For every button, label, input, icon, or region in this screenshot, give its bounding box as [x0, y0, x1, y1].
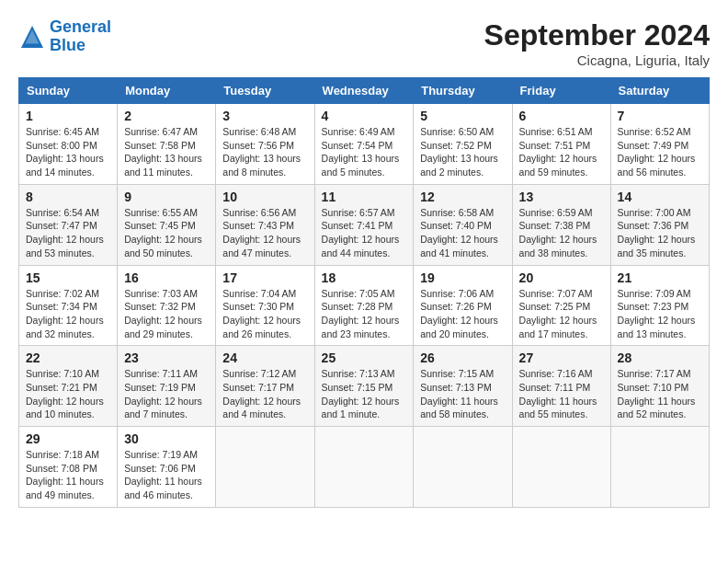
day-number: 1 — [26, 109, 110, 123]
day-cell — [414, 427, 512, 508]
day-info: Sunrise: 6:59 AM Sunset: 7:38 PM Dayligh… — [519, 206, 604, 260]
day-cell — [314, 427, 414, 508]
day-info: Sunrise: 6:57 AM Sunset: 7:41 PM Dayligh… — [322, 206, 407, 260]
day-cell: 24Sunrise: 7:12 AM Sunset: 7:17 PM Dayli… — [216, 346, 314, 427]
day-number: 13 — [519, 190, 604, 204]
day-cell: 5Sunrise: 6:50 AM Sunset: 7:52 PM Daylig… — [414, 104, 512, 185]
day-info: Sunrise: 7:11 AM Sunset: 7:19 PM Dayligh… — [124, 367, 209, 421]
day-info: Sunrise: 7:13 AM Sunset: 7:15 PM Dayligh… — [322, 367, 407, 421]
day-number: 29 — [26, 431, 110, 446]
day-cell: 3Sunrise: 6:48 AM Sunset: 7:56 PM Daylig… — [216, 104, 314, 185]
day-number: 9 — [124, 190, 209, 204]
day-info: Sunrise: 6:58 AM Sunset: 7:40 PM Dayligh… — [420, 206, 505, 260]
day-cell — [216, 427, 314, 508]
day-number: 22 — [26, 350, 110, 365]
week-row-4: 22Sunrise: 7:10 AM Sunset: 7:21 PM Dayli… — [19, 346, 710, 427]
column-header-saturday: Saturday — [610, 78, 709, 104]
day-info: Sunrise: 7:02 AM Sunset: 7:34 PM Dayligh… — [26, 287, 110, 341]
day-cell: 7Sunrise: 6:52 AM Sunset: 7:49 PM Daylig… — [610, 104, 709, 185]
day-info: Sunrise: 6:52 AM Sunset: 7:49 PM Dayligh… — [618, 125, 702, 179]
day-cell: 9Sunrise: 6:55 AM Sunset: 7:45 PM Daylig… — [118, 184, 216, 265]
day-number: 11 — [322, 190, 407, 204]
day-info: Sunrise: 7:10 AM Sunset: 7:21 PM Dayligh… — [26, 367, 110, 421]
day-cell: 22Sunrise: 7:10 AM Sunset: 7:21 PM Dayli… — [19, 346, 118, 427]
day-number: 28 — [618, 350, 702, 365]
logo-text: General Blue — [50, 18, 111, 55]
day-cell: 2Sunrise: 6:47 AM Sunset: 7:58 PM Daylig… — [118, 104, 216, 185]
day-cell: 8Sunrise: 6:54 AM Sunset: 7:47 PM Daylig… — [19, 184, 118, 265]
day-cell — [512, 427, 610, 508]
calendar-table: SundayMondayTuesdayWednesdayThursdayFrid… — [18, 77, 710, 508]
day-info: Sunrise: 6:56 AM Sunset: 7:43 PM Dayligh… — [222, 206, 307, 260]
day-info: Sunrise: 7:04 AM Sunset: 7:30 PM Dayligh… — [222, 287, 307, 341]
day-cell: 20Sunrise: 7:07 AM Sunset: 7:25 PM Dayli… — [512, 265, 610, 346]
day-cell: 19Sunrise: 7:06 AM Sunset: 7:26 PM Dayli… — [414, 265, 512, 346]
location: Cicagna, Liguria, Italy — [484, 52, 710, 68]
week-row-5: 29Sunrise: 7:18 AM Sunset: 7:08 PM Dayli… — [19, 427, 710, 508]
day-number: 12 — [420, 190, 505, 204]
day-info: Sunrise: 6:55 AM Sunset: 7:45 PM Dayligh… — [124, 206, 209, 260]
day-cell: 28Sunrise: 7:17 AM Sunset: 7:10 PM Dayli… — [610, 346, 709, 427]
day-cell: 26Sunrise: 7:15 AM Sunset: 7:13 PM Dayli… — [414, 346, 512, 427]
day-cell: 25Sunrise: 7:13 AM Sunset: 7:15 PM Dayli… — [314, 346, 414, 427]
title-block: September 2024 Cicagna, Liguria, Italy — [484, 18, 710, 68]
day-cell: 1Sunrise: 6:45 AM Sunset: 8:00 PM Daylig… — [19, 104, 118, 185]
column-header-friday: Friday — [512, 78, 610, 104]
day-info: Sunrise: 6:47 AM Sunset: 7:58 PM Dayligh… — [124, 125, 209, 179]
day-info: Sunrise: 7:19 AM Sunset: 7:06 PM Dayligh… — [124, 448, 209, 502]
day-number: 23 — [124, 350, 209, 365]
day-number: 6 — [519, 109, 604, 123]
column-header-tuesday: Tuesday — [216, 78, 314, 104]
day-cell: 30Sunrise: 7:19 AM Sunset: 7:06 PM Dayli… — [118, 427, 216, 508]
day-cell: 18Sunrise: 7:05 AM Sunset: 7:28 PM Dayli… — [314, 265, 414, 346]
day-number: 5 — [420, 109, 505, 123]
day-number: 25 — [322, 350, 407, 365]
day-number: 30 — [124, 431, 209, 446]
day-info: Sunrise: 7:18 AM Sunset: 7:08 PM Dayligh… — [26, 448, 110, 502]
day-cell: 16Sunrise: 7:03 AM Sunset: 7:32 PM Dayli… — [118, 265, 216, 346]
logo: General Blue — [18, 18, 111, 55]
day-cell: 12Sunrise: 6:58 AM Sunset: 7:40 PM Dayli… — [414, 184, 512, 265]
column-header-wednesday: Wednesday — [314, 78, 414, 104]
day-number: 20 — [519, 270, 604, 285]
day-info: Sunrise: 6:45 AM Sunset: 8:00 PM Dayligh… — [26, 125, 110, 179]
day-cell: 4Sunrise: 6:49 AM Sunset: 7:54 PM Daylig… — [314, 104, 414, 185]
day-info: Sunrise: 7:15 AM Sunset: 7:13 PM Dayligh… — [420, 367, 505, 421]
column-header-thursday: Thursday — [414, 78, 512, 104]
day-number: 2 — [124, 109, 209, 123]
day-number: 4 — [322, 109, 407, 123]
day-number: 10 — [222, 190, 307, 204]
day-cell: 6Sunrise: 6:51 AM Sunset: 7:51 PM Daylig… — [512, 104, 610, 185]
week-row-2: 8Sunrise: 6:54 AM Sunset: 7:47 PM Daylig… — [19, 184, 710, 265]
day-number: 16 — [124, 270, 209, 285]
day-cell: 27Sunrise: 7:16 AM Sunset: 7:11 PM Dayli… — [512, 346, 610, 427]
day-cell: 10Sunrise: 6:56 AM Sunset: 7:43 PM Dayli… — [216, 184, 314, 265]
day-cell: 13Sunrise: 6:59 AM Sunset: 7:38 PM Dayli… — [512, 184, 610, 265]
day-number: 18 — [322, 270, 407, 285]
page-header: General Blue September 2024 Cicagna, Lig… — [18, 18, 710, 68]
day-info: Sunrise: 7:06 AM Sunset: 7:26 PM Dayligh… — [420, 287, 505, 341]
day-cell: 17Sunrise: 7:04 AM Sunset: 7:30 PM Dayli… — [216, 265, 314, 346]
week-row-3: 15Sunrise: 7:02 AM Sunset: 7:34 PM Dayli… — [19, 265, 710, 346]
day-cell: 14Sunrise: 7:00 AM Sunset: 7:36 PM Dayli… — [610, 184, 709, 265]
day-info: Sunrise: 7:00 AM Sunset: 7:36 PM Dayligh… — [618, 206, 702, 260]
day-info: Sunrise: 7:16 AM Sunset: 7:11 PM Dayligh… — [519, 367, 604, 421]
day-info: Sunrise: 7:09 AM Sunset: 7:23 PM Dayligh… — [618, 287, 702, 341]
day-number: 3 — [222, 109, 307, 123]
week-row-1: 1Sunrise: 6:45 AM Sunset: 8:00 PM Daylig… — [19, 104, 710, 185]
day-number: 8 — [26, 190, 110, 204]
day-number: 27 — [519, 350, 604, 365]
month-title: September 2024 — [484, 18, 710, 52]
day-number: 17 — [222, 270, 307, 285]
day-number: 14 — [618, 190, 702, 204]
day-number: 26 — [420, 350, 505, 365]
day-info: Sunrise: 7:03 AM Sunset: 7:32 PM Dayligh… — [124, 287, 209, 341]
day-number: 21 — [618, 270, 702, 285]
column-header-sunday: Sunday — [19, 78, 118, 104]
day-cell — [610, 427, 709, 508]
day-info: Sunrise: 7:17 AM Sunset: 7:10 PM Dayligh… — [618, 367, 702, 421]
day-info: Sunrise: 7:12 AM Sunset: 7:17 PM Dayligh… — [222, 367, 307, 421]
day-info: Sunrise: 7:07 AM Sunset: 7:25 PM Dayligh… — [519, 287, 604, 341]
day-info: Sunrise: 6:54 AM Sunset: 7:47 PM Dayligh… — [26, 206, 110, 260]
day-info: Sunrise: 7:05 AM Sunset: 7:28 PM Dayligh… — [322, 287, 407, 341]
